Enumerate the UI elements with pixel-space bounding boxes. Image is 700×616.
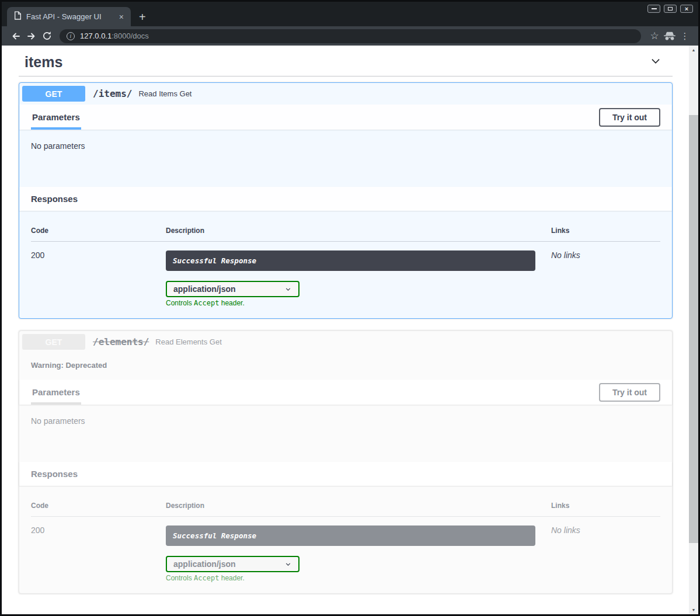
response-links: No links bbox=[551, 517, 660, 582]
try-it-out-button[interactable]: Try it out bbox=[599, 108, 660, 127]
operation-summary: Read Elements Get bbox=[155, 337, 221, 346]
col-header-links: Links bbox=[551, 502, 660, 517]
tab-title: Fast API - Swagger UI bbox=[26, 12, 113, 21]
arrow-right-icon bbox=[26, 30, 37, 42]
response-description-cell: Successful Response application/json Con… bbox=[166, 517, 551, 582]
close-button[interactable]: × bbox=[680, 5, 693, 13]
url-bar[interactable]: i 127.0.0.1:8000/docs bbox=[60, 29, 641, 43]
responses-body: Code Description Links 200 Successful Re… bbox=[19, 486, 672, 593]
response-code: 200 bbox=[31, 242, 166, 307]
scroll-down-icon[interactable]: ▼ bbox=[689, 608, 698, 612]
browser-tab[interactable]: Fast API - Swagger UI × bbox=[7, 7, 131, 26]
responses-header: Responses bbox=[19, 462, 672, 486]
section-divider bbox=[19, 76, 673, 76]
maximize-button[interactable] bbox=[664, 5, 677, 13]
responses-table: Code Description Links 200 Successful Re… bbox=[31, 502, 660, 582]
no-parameters-text: No parameters bbox=[31, 141, 85, 151]
parameters-tab[interactable]: Parameters bbox=[31, 105, 81, 130]
bookmark-star-icon[interactable]: ☆ bbox=[647, 30, 662, 42]
media-type-value: application/json bbox=[173, 559, 236, 569]
responses-table: Code Description Links 200 Successful Re… bbox=[31, 227, 660, 307]
new-tab-button[interactable]: + bbox=[139, 12, 146, 22]
url-text: 127.0.0.1:8000/docs bbox=[80, 32, 149, 40]
scroll-up-icon[interactable]: ▲ bbox=[689, 48, 698, 52]
browser-toolbar: i 127.0.0.1:8000/docs ☆ ⋮ bbox=[2, 26, 698, 46]
col-header-code: Code bbox=[31, 502, 166, 517]
operation-path: /items/ bbox=[93, 88, 132, 99]
window-controls: × bbox=[647, 5, 693, 13]
method-badge: GET bbox=[22, 86, 85, 102]
forward-button[interactable] bbox=[23, 30, 39, 42]
minimize-icon bbox=[652, 8, 657, 9]
operation-path: /elements/ bbox=[93, 336, 149, 347]
parameters-body: No parameters bbox=[19, 405, 672, 462]
col-header-code: Code bbox=[31, 227, 166, 242]
parameters-body: No parameters bbox=[19, 130, 672, 187]
reload-button[interactable] bbox=[39, 30, 55, 41]
response-description: Successful Response bbox=[166, 250, 535, 271]
media-type-select[interactable]: application/json bbox=[166, 556, 299, 572]
response-description-cell: Successful Response application/json Con… bbox=[166, 242, 551, 307]
close-icon: × bbox=[685, 6, 688, 12]
site-info-icon[interactable]: i bbox=[67, 32, 75, 40]
opblock-summary[interactable]: GET /items/ Read Items Get bbox=[19, 83, 672, 105]
parameters-header: Parameters Try it out bbox=[19, 380, 672, 405]
scrollbar-thumb[interactable] bbox=[689, 115, 698, 543]
url-host: 127.0.0.1 bbox=[80, 32, 112, 40]
col-header-description: Description bbox=[166, 502, 551, 517]
opblock-get-items: GET /items/ Read Items Get Parameters Tr… bbox=[19, 82, 673, 319]
response-description: Successful Response bbox=[166, 525, 535, 546]
maximize-icon bbox=[668, 7, 673, 11]
select-chevron-icon bbox=[284, 561, 292, 568]
responses-title: Responses bbox=[31, 462, 78, 486]
swagger-page: items GET /items/ Read Items Get Paramet… bbox=[2, 46, 689, 614]
opblock-summary[interactable]: GET /elements/ Read Elements Get bbox=[19, 331, 672, 353]
col-header-links: Links bbox=[551, 227, 660, 242]
back-button[interactable] bbox=[8, 30, 23, 42]
deprecation-warning: Warning: Deprecated bbox=[19, 353, 672, 380]
accept-header-note: Controls Accept header. bbox=[166, 299, 551, 307]
incognito-icon[interactable] bbox=[662, 32, 677, 41]
reload-icon bbox=[41, 30, 53, 41]
menu-dots-icon[interactable]: ⋮ bbox=[677, 31, 692, 41]
media-type-value: application/json bbox=[173, 284, 236, 294]
favicon-document-icon bbox=[14, 11, 22, 22]
tag-group-header[interactable]: items bbox=[19, 54, 673, 71]
browser-window: Fast API - Swagger UI × + × i 127.0.0.1:… bbox=[0, 0, 700, 616]
responses-header: Responses bbox=[19, 187, 672, 211]
arrow-left-icon bbox=[10, 30, 22, 42]
tab-close-icon[interactable]: × bbox=[117, 12, 126, 22]
response-links: No links bbox=[551, 242, 660, 307]
chevron-down-icon[interactable] bbox=[649, 55, 662, 70]
responses-body: Code Description Links 200 Successful Re… bbox=[19, 211, 672, 318]
minimize-button[interactable] bbox=[647, 5, 660, 13]
method-badge: GET bbox=[22, 334, 85, 350]
accept-header-note: Controls Accept header. bbox=[166, 574, 551, 582]
url-path: :8000/docs bbox=[112, 32, 149, 40]
select-chevron-icon bbox=[284, 286, 292, 293]
parameters-header: Parameters Try it out bbox=[19, 105, 672, 130]
opblock-get-elements-deprecated: GET /elements/ Read Elements Get Warning… bbox=[19, 330, 673, 594]
operation-summary: Read Items Get bbox=[138, 89, 191, 98]
try-it-out-button[interactable]: Try it out bbox=[599, 383, 660, 402]
parameters-tab[interactable]: Parameters bbox=[31, 380, 81, 405]
tag-group-title: items bbox=[25, 54, 62, 71]
page-content: items GET /items/ Read Items Get Paramet… bbox=[2, 46, 698, 614]
responses-title: Responses bbox=[31, 187, 78, 211]
media-type-select[interactable]: application/json bbox=[166, 281, 299, 297]
vertical-scrollbar[interactable]: ▲ ▼ bbox=[689, 46, 698, 614]
response-code: 200 bbox=[31, 517, 166, 582]
col-header-description: Description bbox=[166, 227, 551, 242]
no-parameters-text: No parameters bbox=[31, 416, 85, 426]
titlebar: Fast API - Swagger UI × + × bbox=[2, 2, 698, 26]
